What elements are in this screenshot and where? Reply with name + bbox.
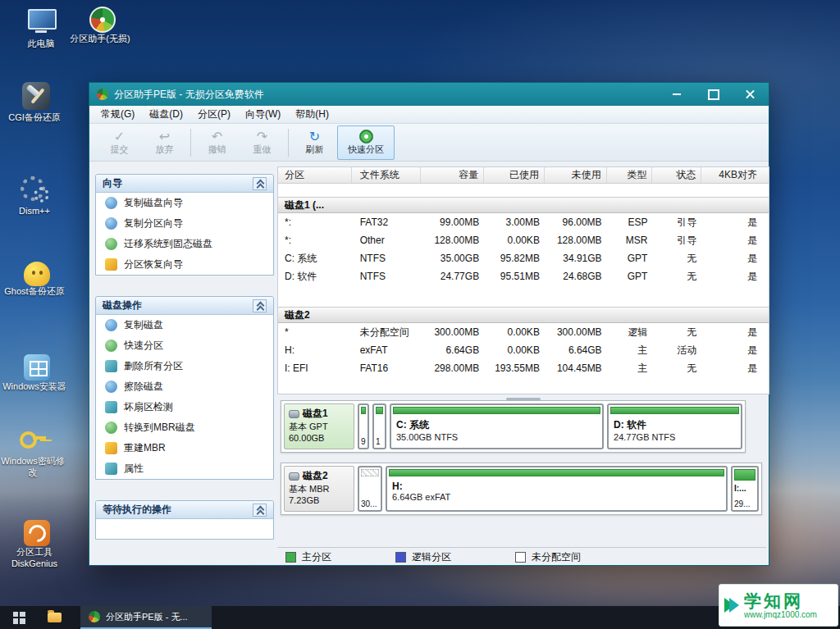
sidebar-item-label: 转换到MBR磁盘 [124,421,195,435]
collapse-icon[interactable] [253,299,267,312]
col-capacity[interactable]: 容量 [421,167,484,183]
desktop-icon-dism[interactable]: Dism++ [2,174,67,217]
disk2-group-header[interactable]: 磁盘2 [278,307,769,323]
refresh-label: 刷新 [306,144,324,156]
cell-used: 3.00MB [484,213,545,231]
cell-filesystem: exFAT [352,341,422,359]
wipe-disk-icon [105,381,117,393]
taskbar-app-partition-assistant[interactable]: 分区助手PE版 - 无... [80,606,212,629]
desktop-icon-cgi-backup[interactable]: CGI备份还原 [2,82,67,124]
redo-button[interactable]: ↷ 重做 [240,125,285,160]
sidebar-item-bad-sector-check[interactable]: 坏扇区检测 [96,397,273,417]
folder-icon [48,613,62,622]
disk-icon [289,472,299,481]
table-row[interactable]: *: FAT32 99.00MB 3.00MB 96.00MB ESP 引导 是 [278,213,769,231]
table-row[interactable]: C: 系统 NTFS 35.00GB 95.82MB 34.91GB GPT 无… [278,249,769,267]
windows-password-icon [17,424,48,454]
desktop-icon-label: Ghost备份还原 [4,286,64,298]
desktop-icon-windows-installer[interactable]: Windows安装器 [2,353,67,393]
discard-button[interactable]: ↩ 放弃 [142,125,187,160]
table-row[interactable]: I: EFI FAT16 298.00MB 193.55MB 104.45MB … [278,359,769,377]
sidebar-item-migrate-os[interactable]: 迁移系统到固态磁盘 [96,234,273,254]
menu-general[interactable]: 常规(G) [94,106,142,123]
table-row[interactable]: * 未分配空间 300.00MB 0.00KB 300.00MB 逻辑 无 是 [278,323,769,341]
disk1-map: 磁盘1 基本 GPT 60.00GB 9 1 C: 系统 35.00GB NTF… [281,400,746,453]
sidebar-item-copy-disk-wizard[interactable]: 复制磁盘向导 [96,193,273,213]
menu-disk[interactable]: 磁盘(D) [142,106,190,123]
sidebar-item-convert-to-mbr[interactable]: 转换到MBR磁盘 [96,417,273,438]
start-button[interactable] [0,606,38,629]
pending-operations-list [96,519,273,539]
cell-partition: D: 软件 [278,267,352,285]
menu-help[interactable]: 帮助(H) [288,106,336,123]
commit-button[interactable]: ✓ 提交 [97,125,142,160]
quick-partition-button[interactable]: 快速分区 [337,125,395,160]
refresh-button[interactable]: ↻ 刷新 [292,125,337,160]
partition-block-c[interactable]: C: 系统 35.00GB NTFS [390,403,604,449]
partition-block-i[interactable]: I:... 29... [731,466,759,512]
cell-status: 引导 [652,231,701,249]
disk2-scheme: 基本 MBR [289,483,349,495]
col-4k-aligned[interactable]: 4KB对齐 [701,167,769,183]
table-row[interactable]: *: Other 128.00MB 0.00KB 128.00MB MSR 引导… [278,231,769,249]
col-filesystem[interactable]: 文件系统 [352,167,422,183]
partition-caption: 30... [359,499,381,510]
table-row[interactable]: H: exFAT 6.64GB 0.00KB 6.64GB 主 活动 是 [278,341,769,359]
col-type[interactable]: 类型 [607,167,653,183]
wizard-panel-title: 向导 [103,176,122,190]
col-used[interactable]: 已使用 [484,167,545,183]
partition-usage-bar [361,469,379,476]
collapse-icon[interactable] [253,504,267,517]
partition-block-d[interactable]: D: 软件 24.77GB NTFS [607,403,742,449]
desktop-icon-diskgenius[interactable]: 分区工具 DiskGenius [2,518,67,570]
pending-operations-panel: 等待执行的操作 [95,500,274,540]
partition-block-unallocated[interactable]: 30... [358,466,382,512]
watermark-logo-icon [724,598,739,613]
sidebar-item-properties[interactable]: 属性 [96,458,273,479]
col-partition[interactable]: 分区 [278,167,352,183]
undo-button[interactable]: ↶ 撤销 [194,125,240,160]
sidebar-item-rebuild-mbr[interactable]: 重建MBR [96,438,273,458]
taskbar-app-label: 分区助手PE版 - 无... [106,611,188,623]
legend-unallocated: 未分配空间 [515,550,581,564]
cell-unused: 128.00MB [545,231,607,249]
partition-block-esp[interactable]: 9 [358,403,369,449]
cell-type: GPT [607,267,653,285]
sidebar-item-wipe-disk[interactable]: 擦除磁盘 [96,376,273,397]
sidebar-item-quick-partition[interactable]: 快速分区 [96,335,273,356]
desktop-icon-ghost-backup[interactable]: Ghost备份还原 [2,259,67,298]
minimize-button[interactable] [658,83,695,106]
maximize-button[interactable] [695,83,732,106]
partition-grid: 分区 文件系统 容量 已使用 未使用 类型 状态 4KB对齐 磁盘1 (... … [277,166,769,394]
partition-block-msr[interactable]: 1 [372,403,386,449]
cgi-backup-icon [22,82,50,110]
col-status[interactable]: 状态 [652,167,701,183]
sidebar-item-partition-recovery[interactable]: 分区恢复向导 [96,254,273,275]
menu-partition[interactable]: 分区(P) [190,106,238,123]
menu-wizard[interactable]: 向导(W) [238,106,288,123]
sidebar-item-copy-partition-wizard[interactable]: 复制分区向导 [96,213,273,234]
col-unused[interactable]: 未使用 [545,167,607,183]
desktop-icon-this-pc[interactable]: 此电脑 [8,7,74,50]
desktop-icon-windows-password[interactable]: Windows密码修改 [0,424,66,479]
collapse-icon[interactable] [253,177,267,190]
desktop-icon-partition-assistant[interactable]: 分区助手(无损) [67,5,133,45]
sidebar-item-delete-all-partitions[interactable]: 删除所有分区 [96,356,273,376]
cell-type: 主 [607,359,653,377]
toolbar: ✓ 提交 ↩ 放弃 ↶ 撤销 ↷ 重做 ↻ 刷新 快速 [89,124,769,162]
disk2-size: 7.23GB [289,495,349,506]
disk2-label-box[interactable]: 磁盘2 基本 MBR 7.23GB [284,466,354,512]
sidebar-item-copy-disk[interactable]: 复制磁盘 [96,315,273,335]
partition-usage-bar [389,469,724,476]
cell-status: 引导 [652,213,701,231]
cell-capacity: 298.00MB [421,359,484,377]
disk2-map: 磁盘2 基本 MBR 7.23GB 30... H: 6.64GB exFAT … [281,463,762,515]
close-button[interactable] [732,83,769,106]
disk1-label-box[interactable]: 磁盘1 基本 GPT 60.00GB [284,403,354,449]
cell-filesystem: NTFS [352,267,422,285]
file-explorer-button[interactable] [38,606,71,629]
cell-4k: 是 [701,323,769,341]
table-row[interactable]: D: 软件 NTFS 24.77GB 95.51MB 24.68GB GPT 无… [278,267,769,285]
disk1-group-header[interactable]: 磁盘1 (... [278,197,769,213]
partition-block-h[interactable]: H: 6.64GB exFAT [386,466,728,512]
